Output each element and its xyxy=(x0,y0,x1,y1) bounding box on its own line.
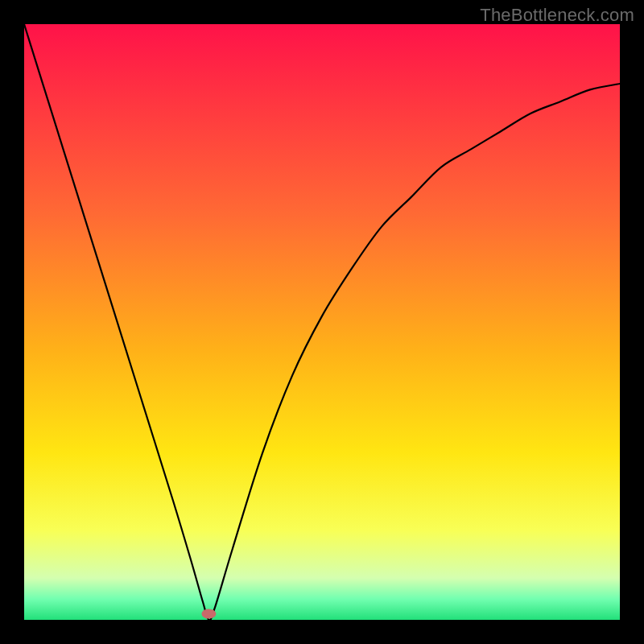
marker-dot xyxy=(201,609,216,619)
chart-svg xyxy=(24,24,620,620)
chart-frame: TheBottleneck.com xyxy=(0,0,644,644)
plot-area xyxy=(24,24,620,620)
watermark-text: TheBottleneck.com xyxy=(480,5,634,26)
